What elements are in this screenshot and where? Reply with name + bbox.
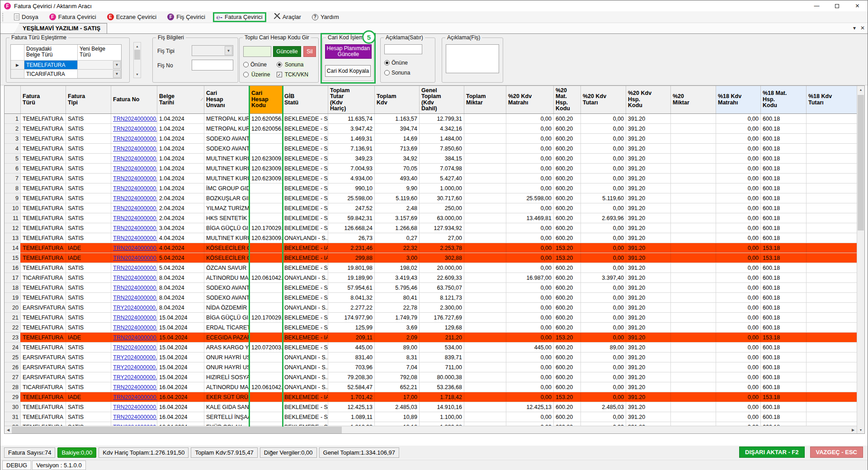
- cell-genel[interactable]: 27,00: [420, 233, 464, 243]
- radio-icon[interactable]: [243, 62, 249, 67]
- cell-genel[interactable]: 211,20: [420, 333, 464, 342]
- cell-mik20[interactable]: [671, 362, 716, 372]
- cell-t20[interactable]: 0,00: [581, 372, 626, 382]
- cell-khk20[interactable]: 391.20: [626, 313, 671, 322]
- cell-mik20[interactable]: [671, 412, 716, 422]
- cell-tutar[interactable]: 19.801,98: [328, 263, 375, 273]
- cell-genel[interactable]: 63.000,00: [420, 213, 464, 223]
- cell-unvan[interactable]: MULTINET KURU...: [204, 174, 250, 183]
- column-header-mik20[interactable]: %20 Miktar: [671, 86, 716, 113]
- cell-no[interactable]: TRN2024000000...: [111, 124, 157, 133]
- cell-mhk18[interactable]: 600.18: [761, 154, 807, 163]
- fatura-no-link[interactable]: TRN2024000000...: [113, 116, 157, 122]
- table-row[interactable]: 4TEMELFATURASATISTRN2024000000...1.04.20…: [5, 144, 857, 154]
- cell-tarih[interactable]: 2.04.2024: [157, 203, 204, 213]
- cell-kdv[interactable]: 3,69: [375, 323, 420, 332]
- cell-no[interactable]: TRN2024000000...: [111, 174, 157, 183]
- cell-no[interactable]: TRN2024000000...: [111, 183, 157, 193]
- cell-unvan[interactable]: KALE GIDA SAN...: [204, 402, 250, 412]
- cell-tarih[interactable]: 15.04.2024: [157, 362, 204, 372]
- fatura-no-link[interactable]: TRN2024000000...: [113, 324, 157, 331]
- cell-m20[interactable]: 0,00: [506, 283, 554, 292]
- cell-mik20[interactable]: [671, 193, 716, 203]
- cell-gib[interactable]: BEKLEMEDE - IA...: [283, 243, 328, 253]
- cell-tutar[interactable]: 7.004,93: [328, 164, 375, 173]
- cell-kdv[interactable]: 1.749,79: [375, 313, 420, 322]
- cell-kdv[interactable]: 3.157,69: [375, 213, 420, 223]
- cell-no[interactable]: TRN2024000000...: [111, 343, 157, 352]
- cell-gib[interactable]: ONAYLANDI - S...: [283, 372, 328, 382]
- cell-mik20[interactable]: [671, 203, 716, 213]
- cell-khk20[interactable]: 391.20: [626, 273, 671, 282]
- fatura-no-link[interactable]: TRN2024000000...: [113, 255, 157, 261]
- cell-mhk20[interactable]: 600.20: [554, 283, 581, 292]
- cell-tutar[interactable]: 4.934,00: [328, 174, 375, 183]
- cell-tarih[interactable]: 1.04.2024: [157, 124, 204, 133]
- cell-m20[interactable]: 0,00: [506, 144, 554, 153]
- vazgec-button[interactable]: VAZGEÇ - ESC: [810, 446, 863, 458]
- cell-miktar[interactable]: [464, 203, 506, 213]
- radio-icon[interactable]: [243, 72, 249, 77]
- cell-genel[interactable]: 384,15: [420, 154, 464, 163]
- cell-gib[interactable]: BEKLEMEDE - SA...: [283, 213, 328, 223]
- cell-gib[interactable]: BEKLEMEDE - SA...: [283, 323, 328, 332]
- cell-t18[interactable]: [807, 144, 857, 153]
- menu-fatura-cevirici[interactable]: F Fatura Çevirici: [46, 13, 99, 21]
- cell-tutar[interactable]: 7.136,91: [328, 144, 375, 153]
- cell-khk20[interactable]: 391.20: [626, 382, 671, 392]
- cell-t18[interactable]: [807, 303, 857, 312]
- column-header-no[interactable]: Fatura No: [111, 86, 157, 113]
- radio-icon[interactable]: [277, 62, 282, 67]
- cell-turu[interactable]: EARSIVFATURA: [21, 362, 66, 372]
- cell-kod[interactable]: 120.061042...: [250, 382, 283, 392]
- cell-turu[interactable]: TEMELFATURA: [21, 223, 66, 233]
- table-row[interactable]: 19TEMELFATURASATISTRN2024000000...8.04.2…: [5, 293, 857, 303]
- cell-mhk20[interactable]: 600.20: [554, 114, 581, 123]
- cell-gib[interactable]: ONAYLANDI - S...: [283, 273, 328, 282]
- cell-unvan[interactable]: BİGA GÜÇLÜ GI...: [204, 223, 250, 233]
- cell-m20[interactable]: 16.987,00: [506, 273, 554, 282]
- scrollbar-thumb[interactable]: [858, 95, 864, 230]
- cell-no[interactable]: TRN2024000000...: [111, 333, 157, 342]
- cell-khk20[interactable]: 391.20: [626, 174, 671, 183]
- scroll-left-icon[interactable]: ◀: [5, 426, 12, 434]
- cell-mik20[interactable]: [671, 323, 716, 332]
- cell-tipi[interactable]: SATIS: [66, 313, 111, 322]
- cell-kod[interactable]: [250, 323, 283, 332]
- cell-tipi[interactable]: SATIS: [66, 164, 111, 173]
- cell-t18[interactable]: [807, 372, 857, 382]
- cell-mik20[interactable]: [671, 124, 716, 133]
- fatura-no-link[interactable]: TRN2024000000...: [113, 165, 157, 172]
- cell-miktar[interactable]: [464, 263, 506, 273]
- table-row[interactable]: 14TEMELFATURAIADETRN2024000000...4.04.20…: [5, 243, 857, 253]
- cell-khk20[interactable]: 391.20: [626, 134, 671, 143]
- cell-mhk18[interactable]: 600.18: [761, 323, 807, 332]
- cell-tutar[interactable]: 703,96: [328, 362, 375, 372]
- yeni-belge-dropdown[interactable]: ▼: [78, 70, 121, 78]
- cell-t18[interactable]: [807, 362, 857, 372]
- fatura-no-link[interactable]: TRN2024000000...: [113, 136, 157, 142]
- cell-m18[interactable]: 0,00: [716, 144, 761, 153]
- cell-m18[interactable]: 0,00: [716, 243, 761, 253]
- cell-no[interactable]: TRN2024000000...: [111, 402, 157, 412]
- cell-kdv[interactable]: 3.419,43: [375, 273, 420, 282]
- cell-t18[interactable]: [807, 114, 857, 123]
- column-header-tutar[interactable]: Toplam Tutar (Kdv Hariç): [328, 86, 375, 113]
- cell-mhk20[interactable]: 600.20: [554, 183, 581, 193]
- cell-mhk18[interactable]: 153.18: [761, 243, 807, 253]
- cell-no[interactable]: TRN2024000000...: [111, 392, 157, 402]
- cell-genel[interactable]: 1.484,00: [420, 134, 464, 143]
- cell-gib[interactable]: BEKLEMEDE - IA...: [283, 333, 328, 342]
- cell-unvan[interactable]: HIZIRELİ SOSYA...: [204, 372, 250, 382]
- fatura-no-link[interactable]: TRN2024000000...: [113, 225, 157, 231]
- cell-gib[interactable]: BEKLEMEDE - SA...: [283, 203, 328, 213]
- cell-m18[interactable]: 0,00: [716, 183, 761, 193]
- cell-tutar[interactable]: 1.089,11: [328, 412, 375, 422]
- table-row[interactable]: 11TEMELFATURASATISTRN2024000000...2.04.2…: [5, 213, 857, 223]
- cell-mhk20[interactable]: 600.20: [554, 273, 581, 282]
- cell-mhk20[interactable]: 600.20: [554, 134, 581, 143]
- cell-tarih[interactable]: 15.04.2024: [157, 352, 204, 362]
- cell-no[interactable]: TRN2024000000...: [111, 273, 157, 282]
- cell-m20[interactable]: 0,00: [506, 412, 554, 422]
- cell-tutar[interactable]: 2.231,46: [328, 243, 375, 253]
